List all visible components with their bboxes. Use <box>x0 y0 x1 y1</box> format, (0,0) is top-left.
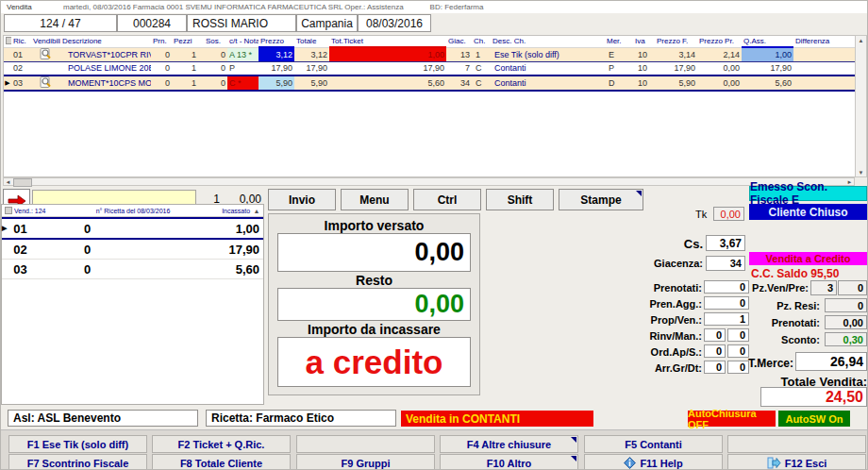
customer-code-field[interactable]: 000284 <box>117 14 187 32</box>
col-iva[interactable]: Iva <box>633 36 655 47</box>
help-info-icon <box>624 457 636 469</box>
cell-descrizione: MOMENT*10CPS MOLLI 200MG <box>60 76 151 91</box>
col-nota[interactable]: c/t - Nota <box>227 36 259 47</box>
scrollbar-thumb[interactable] <box>13 178 32 187</box>
col-giac[interactable]: Giac. <box>446 36 472 47</box>
f5-button[interactable]: F5 Contanti <box>584 435 723 453</box>
shift-button[interactable]: Shift <box>486 189 554 210</box>
col-vendibilita[interactable]: Vendibilità <box>31 36 60 47</box>
tk-label: Tk <box>695 209 711 220</box>
record-selector-icon <box>4 36 11 47</box>
scroll-up-icon[interactable]: ▲ <box>857 36 865 44</box>
sale-number-field[interactable]: 124 / 47 <box>4 14 117 32</box>
col-prezzo[interactable]: Prezzo <box>259 36 294 47</box>
ord-ap-field-1: 0 <box>704 344 726 358</box>
col-ric[interactable]: Ric. <box>11 36 31 47</box>
ctrl-button[interactable]: Ctrl <box>413 189 481 210</box>
f11-button[interactable]: F11 Help <box>584 454 723 470</box>
grid-horizontal-scrollbar[interactable]: ◄ ► <box>3 177 855 186</box>
col-prn[interactable]: Prn. <box>151 36 172 47</box>
f3-button[interactable] <box>296 435 435 453</box>
f2-button[interactable]: F2 Ticket + Q.Ric. <box>152 435 291 453</box>
col-descch[interactable]: Desc. Ch. <box>491 36 605 47</box>
autosw-toggle[interactable]: AutoSW On <box>778 411 850 427</box>
titlebar: Vendita martedì, 08/03/2016 Farmacia 000… <box>1 1 868 13</box>
sellability-icon[interactable] <box>31 47 60 61</box>
cell-totticket: 17,90 <box>329 61 446 76</box>
pz-ven-pre-label: Pz.Ven/Pre: <box>744 282 809 294</box>
f1-button[interactable]: F1 Ese Tik (solo diff) <box>8 435 147 453</box>
table-row[interactable]: 02 POLASE LIMONE 20BUST 0 1 0 P 17,90 17… <box>4 61 856 76</box>
list-scroll-up-icon[interactable]: ▲ <box>250 208 263 214</box>
col-mer[interactable]: Mer. <box>605 36 633 47</box>
payment-panel: Importo versato 0,00 Resto 0,00 Importo … <box>268 213 480 395</box>
function-key-bar: F1 Ese Tik (solo diff) F2 Ticket + Q.Ric… <box>1 429 868 470</box>
col-pezzi[interactable]: Pezzi <box>172 36 204 47</box>
table-row[interactable]: 01 TORVAST*10CPR RIV 10MG 0 1 0 A 13 * 3… <box>4 47 856 61</box>
rinv-man-field-1: 0 <box>704 328 726 342</box>
importo-versato-field[interactable]: 0,00 <box>277 233 471 272</box>
col-totale[interactable]: Totale <box>294 36 329 47</box>
col-prezzopr[interactable]: Prezzo Pr. <box>697 36 742 47</box>
invio-button[interactable]: Invio <box>268 189 336 210</box>
col-totticket[interactable]: Tot.Ticket <box>329 36 446 47</box>
list-col-vend: Vend.: 124 <box>14 208 45 214</box>
scroll-down-icon[interactable]: ▼ <box>857 168 865 176</box>
prenotati-right-label: Prenotati: <box>756 317 820 328</box>
t-merce-label: T.Merce: <box>732 357 793 370</box>
importo-versato-label: Importo versato <box>277 218 471 233</box>
f7-button[interactable]: F7 Scontrino Fiscale <box>8 454 147 470</box>
bd-label: BD: Federfarma <box>430 3 484 11</box>
pz-resi-field: 0 <box>825 298 867 312</box>
receipt-list-header: Vend.: 124 n° Ricetta del 08/03/2016 Inc… <box>2 205 263 217</box>
f8-button[interactable]: F8 Totale Cliente <box>152 454 291 470</box>
menu-button[interactable]: Menu <box>341 189 409 210</box>
ord-ap-label: Ord.Ap/S.: <box>647 346 702 358</box>
grid-vertical-scrollbar[interactable]: ▲ ▼ <box>855 35 867 177</box>
cliente-chiuso-banner: Cliente Chiuso <box>749 204 867 220</box>
col-sos[interactable]: Sos. <box>204 36 227 47</box>
list-item[interactable]: 02 0 17,90 <box>2 240 263 260</box>
list-item-selected[interactable]: ▶ 01 0 1,00 <box>2 217 263 240</box>
scroll-left-icon[interactable]: ◄ <box>4 177 12 186</box>
cell-qass: 1,00 <box>742 47 793 61</box>
resto-label: Resto <box>277 273 471 288</box>
table-row-selected[interactable]: ▶ 03 MOMENT*10CPS MOLLI 200MG 0 1 0 C * … <box>4 76 856 91</box>
importo-da-incassare-field: a credito <box>277 337 471 387</box>
cell-ric: 03 <box>11 76 31 91</box>
f10-button[interactable]: F10 Altro <box>440 454 578 470</box>
stampe-button[interactable]: Stampe <box>559 189 643 210</box>
customer-name-field[interactable]: ROSSI MARIO <box>187 14 296 32</box>
vendita-a-credito-banner: Vendita a Credito <box>749 252 867 265</box>
pz-ven-field: 3 <box>810 280 837 295</box>
cell-qass: 17,90 <box>742 61 793 76</box>
prop-ven-field: 1 <box>704 312 749 326</box>
col-qass[interactable]: Q.Ass. <box>742 36 793 47</box>
t-merce-field: 26,94 <box>795 352 867 371</box>
col-prezzof[interactable]: Prezzo F. <box>655 36 697 47</box>
asl-field[interactable]: Asl: ASL Benevento <box>8 410 198 427</box>
f12-button[interactable]: F12 Esci <box>727 454 866 470</box>
resto-field: 0,00 <box>277 288 471 321</box>
menu-vendita[interactable]: Vendita <box>7 3 63 11</box>
arr-gr-field-1: 0 <box>704 361 726 374</box>
autochiusura-toggle[interactable]: AutoChiusura OFF <box>688 411 776 427</box>
col-differenza[interactable]: Differenza <box>793 36 856 47</box>
cs-field[interactable]: 3,67 <box>706 235 745 251</box>
pz-resi-label: Pz. Resi: <box>756 300 820 311</box>
submenu-corner-icon <box>571 437 576 443</box>
col-ch[interactable]: Ch. <box>472 36 491 47</box>
rinv-man-label: Rinv/Man.: <box>647 330 702 342</box>
sellability-icon[interactable] <box>31 76 60 91</box>
ricetta-type-field[interactable]: Ricetta: Farmaco Etico <box>206 410 396 427</box>
f6-button[interactable] <box>727 435 866 453</box>
prenotati-left-label: Prenotati: <box>647 282 702 294</box>
list-item[interactable]: 03 0 5,60 <box>2 260 263 279</box>
submenu-corner-icon <box>636 191 642 196</box>
region-field[interactable]: Campania <box>296 14 358 32</box>
f9-button[interactable]: F9 Gruppi <box>296 454 435 470</box>
date-field[interactable]: 08/03/2016 <box>358 14 431 32</box>
f4-button[interactable]: F4 Altre chiusure <box>440 435 578 453</box>
col-descrizione[interactable]: Descrizione <box>60 36 151 47</box>
exit-icon <box>767 457 781 469</box>
